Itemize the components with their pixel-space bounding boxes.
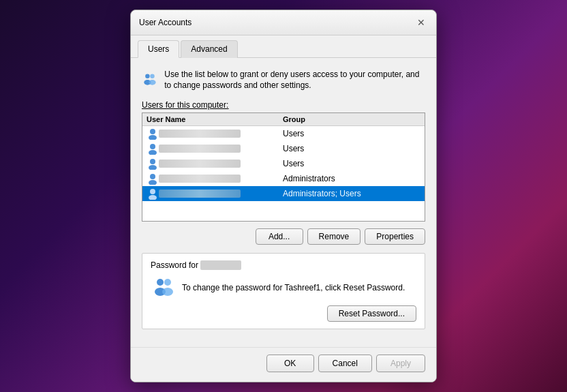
col-username-header: User Name [147, 115, 283, 123]
svg-point-5 [149, 135, 157, 140]
password-user-icon [151, 275, 175, 300]
info-banner: Use the list below to grant or deny user… [142, 67, 425, 92]
list-header: User Name Group [142, 113, 425, 126]
user-row-icon [147, 172, 159, 185]
table-row[interactable]: Administrators [142, 171, 425, 186]
remove-button[interactable]: Remove [307, 228, 361, 245]
apply-button[interactable]: Apply [376, 355, 425, 372]
footer-buttons: OK Cancel Apply [131, 347, 436, 382]
add-button[interactable]: Add... [256, 228, 303, 245]
info-text: Use the list below to grant or deny user… [164, 67, 425, 92]
svg-point-10 [150, 174, 155, 179]
svg-point-17 [162, 288, 173, 296]
reset-button-row: Reset Password... [151, 305, 416, 322]
close-button[interactable]: ✕ [414, 16, 428, 29]
row-group: Users [283, 159, 420, 168]
ok-button[interactable]: OK [266, 355, 314, 372]
user-row-icon [147, 157, 159, 170]
col-group-header: Group [283, 115, 420, 123]
svg-point-12 [150, 189, 155, 194]
row-username [159, 144, 283, 153]
user-row-icon [147, 127, 159, 140]
main-content: Use the list below to grant or deny user… [131, 58, 436, 348]
username-blurred [200, 260, 241, 270]
svg-point-0 [145, 74, 149, 78]
row-username [159, 189, 283, 198]
cancel-button[interactable]: Cancel [318, 355, 372, 372]
svg-point-2 [150, 74, 154, 78]
tab-bar: Users Advanced [131, 35, 436, 58]
svg-point-3 [149, 80, 155, 85]
table-row[interactable]: Administrators; Users [142, 186, 425, 201]
password-section: Password for To change the password for … [142, 253, 425, 330]
action-buttons: Add... Remove Properties [142, 228, 425, 245]
row-group: Users [283, 129, 420, 138]
svg-point-6 [150, 144, 155, 149]
reset-password-button[interactable]: Reset Password... [327, 305, 416, 322]
users-icon [142, 67, 157, 92]
users-section-label: Users for this computer: [142, 100, 425, 110]
title-bar: User Accounts ✕ [131, 10, 436, 35]
user-row-icon [147, 142, 159, 155]
row-group: Users [283, 144, 420, 153]
row-group: Administrators; Users [283, 189, 420, 198]
password-label: Password for [151, 260, 416, 271]
table-row[interactable]: Users [142, 156, 425, 171]
row-group: Administrators [283, 174, 420, 183]
svg-point-14 [157, 279, 164, 286]
svg-point-4 [150, 129, 155, 134]
properties-button[interactable]: Properties [365, 228, 425, 245]
password-info-text: To change the password for Tashreef1, cl… [182, 282, 405, 294]
svg-point-13 [149, 195, 157, 200]
user-accounts-dialog: User Accounts ✕ Users Advanced Use the l… [130, 10, 437, 383]
row-username [159, 129, 283, 138]
table-row[interactable]: Users [142, 126, 425, 141]
user-row-icon [147, 187, 159, 200]
tab-advanced[interactable]: Advanced [181, 40, 237, 58]
table-row[interactable]: Users [142, 141, 425, 156]
svg-point-7 [149, 150, 157, 155]
user-list[interactable]: User Name Group Users Users [142, 112, 425, 222]
svg-point-8 [150, 159, 155, 164]
svg-point-9 [149, 165, 157, 170]
svg-point-16 [164, 279, 171, 286]
svg-point-11 [149, 180, 157, 185]
tab-users[interactable]: Users [138, 40, 179, 58]
password-info: To change the password for Tashreef1, cl… [151, 275, 416, 300]
dialog-title: User Accounts [139, 18, 191, 27]
row-username [159, 174, 283, 183]
row-username [159, 159, 283, 168]
